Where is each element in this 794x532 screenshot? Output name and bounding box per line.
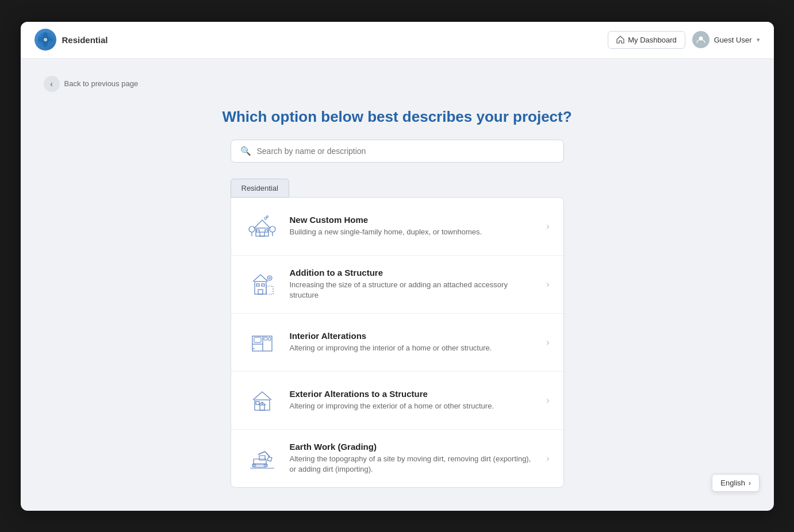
svg-rect-18 (262, 284, 264, 286)
user-menu[interactable]: Guest User ▾ (692, 31, 760, 48)
earth-work-desc: Altering the topography of a site by mov… (290, 454, 536, 475)
svg-line-33 (258, 452, 265, 454)
new-custom-home-desc: Building a new single-family home, duple… (290, 227, 536, 237)
topbar: Residential My Dashboard Guest User ▾ (21, 22, 774, 59)
interior-alterations-desc: Altering or improving the interior of a … (290, 343, 536, 353)
search-input[interactable] (257, 147, 554, 156)
chevron-down-icon: ▾ (757, 36, 760, 44)
svg-point-13 (264, 217, 267, 219)
exterior-alterations-text: Exterior Alterations to a Structure Alte… (290, 389, 536, 411)
dashboard-button[interactable]: My Dashboard (608, 31, 685, 49)
chevron-right-icon: › (749, 479, 751, 487)
chevron-right-icon: › (546, 453, 549, 464)
user-label: Guest User (714, 36, 752, 44)
interior-alterations-icon (245, 325, 279, 360)
chevron-right-icon: › (546, 337, 549, 348)
new-custom-home-icon (245, 209, 279, 244)
svg-rect-36 (259, 456, 265, 460)
home-icon (616, 36, 624, 44)
main-content: ‹ Back to previous page Which option bel… (21, 59, 774, 511)
addition-structure-desc: Increasing the size of a structure or ad… (290, 280, 536, 300)
svg-point-5 (249, 226, 255, 232)
back-label: Back to previous page (64, 79, 139, 88)
svg-rect-10 (260, 232, 264, 236)
chevron-right-icon: › (546, 395, 549, 406)
svg-rect-22 (252, 336, 272, 351)
svg-rect-30 (260, 405, 264, 410)
svg-rect-19 (258, 290, 263, 294)
list-item[interactable]: Exterior Alterations to a Structure Alte… (231, 372, 563, 430)
addition-to-structure-icon (245, 267, 279, 302)
addition-structure-text: Addition to a Structure Increasing the s… (290, 268, 536, 300)
avatar (692, 31, 709, 48)
category-tab[interactable]: Residential (231, 179, 289, 198)
svg-point-3 (44, 38, 47, 41)
svg-point-14 (266, 215, 268, 217)
earth-work-title: Earth Work (Grading) (290, 442, 536, 452)
interior-alterations-title: Interior Alterations (290, 331, 536, 341)
card-list: New Custom Home Building a new single-fa… (231, 197, 564, 488)
back-link[interactable]: ‹ Back to previous page (44, 76, 139, 92)
topbar-right: My Dashboard Guest User ▾ (608, 31, 760, 49)
svg-rect-15 (255, 282, 266, 294)
svg-rect-17 (256, 284, 259, 286)
language-label: English (720, 479, 745, 487)
svg-rect-31 (256, 402, 259, 404)
page-title: Which option below best describes your p… (44, 108, 751, 126)
logo (34, 29, 56, 51)
list-item[interactable]: Addition to a Structure Increasing the s… (231, 256, 563, 314)
earth-work-icon (245, 441, 279, 476)
earth-work-text: Earth Work (Grading) Altering the topogr… (290, 442, 536, 475)
topbar-left: Residential (34, 29, 108, 51)
svg-rect-16 (266, 286, 273, 294)
svg-rect-25 (254, 337, 261, 342)
svg-rect-26 (264, 337, 267, 340)
new-custom-home-title: New Custom Home (290, 215, 536, 225)
language-button[interactable]: English › (712, 474, 760, 492)
back-arrow-icon: ‹ (44, 76, 60, 92)
list-item[interactable]: New Custom Home Building a new single-fa… (231, 198, 563, 256)
dashboard-label: My Dashboard (628, 36, 677, 44)
svg-rect-27 (268, 337, 271, 341)
svg-point-21 (268, 277, 270, 279)
svg-rect-11 (256, 230, 259, 232)
list-item[interactable]: Earth Work (Grading) Altering the topogr… (231, 430, 563, 487)
new-custom-home-text: New Custom Home Building a new single-fa… (290, 215, 536, 237)
search-icon: 🔍 (240, 146, 251, 156)
svg-line-34 (265, 452, 270, 457)
svg-rect-12 (265, 230, 268, 232)
svg-point-7 (270, 226, 275, 232)
exterior-alterations-title: Exterior Alterations to a Structure (290, 389, 536, 399)
exterior-alterations-desc: Altering or improving the exterior of a … (290, 401, 536, 411)
search-bar: 🔍 (231, 140, 564, 163)
svg-point-20 (267, 276, 272, 280)
brand-name: Residential (62, 35, 108, 45)
chevron-right-icon: › (546, 221, 549, 232)
chevron-right-icon: › (546, 279, 549, 290)
addition-structure-title: Addition to a Structure (290, 268, 536, 277)
interior-alterations-text: Interior Alterations Altering or improvi… (290, 331, 536, 353)
exterior-alterations-icon (245, 383, 279, 418)
list-item[interactable]: Interior Alterations Altering or improvi… (231, 314, 563, 372)
